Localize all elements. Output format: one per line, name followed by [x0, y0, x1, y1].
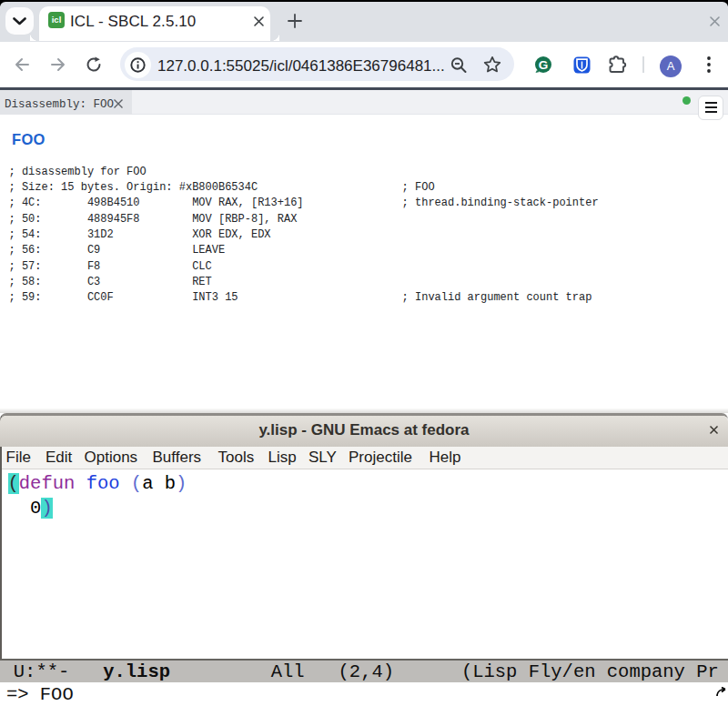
svg-text:G: G [539, 58, 549, 72]
